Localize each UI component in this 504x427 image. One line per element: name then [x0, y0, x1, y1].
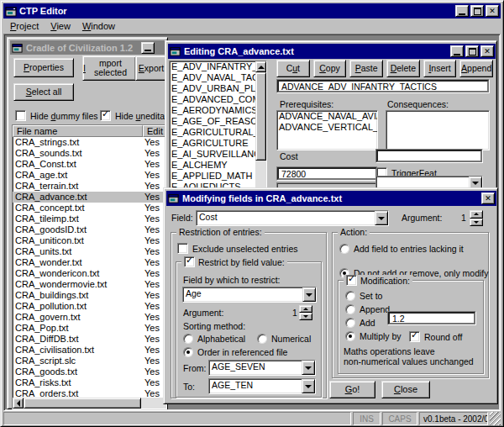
edit-close-button[interactable]: ✕ — [480, 45, 494, 57]
menu-item-window[interactable]: Window — [76, 19, 121, 33]
import-selected-button[interactable]: Import selected — [82, 55, 136, 81]
file-row[interactable]: CRA_strings.txt Yes — [13, 137, 166, 148]
cost-aux-input[interactable] — [376, 150, 482, 162]
radio-append[interactable] — [345, 304, 355, 314]
radio-numerical[interactable] — [257, 334, 267, 344]
paste-button[interactable]: Paste — [349, 60, 383, 77]
entry-item[interactable]: E_ADV_NAVAL_TACT — [170, 72, 255, 83]
maximize-button[interactable] — [470, 5, 484, 17]
dialog-close-button[interactable]: ✕ — [481, 192, 495, 204]
restrict-field-dropdown-button[interactable] — [302, 287, 316, 302]
file-row[interactable]: CRA_wonder.txt Yes — [13, 257, 166, 268]
file-row[interactable]: CRA_pollution.txt Yes — [13, 301, 166, 312]
radio-order-referenced[interactable] — [183, 347, 193, 357]
edit-minimize-button[interactable] — [450, 45, 464, 57]
entry-item[interactable]: E_ALCHEMY — [170, 160, 255, 171]
file-row[interactable]: CRA_wondermovie.txt Yes — [13, 279, 166, 290]
prerequisite-item[interactable]: ADVANCE_VERTICAL_FLI — [277, 122, 377, 133]
file-row[interactable]: CRA_govern.txt Yes — [13, 312, 166, 323]
minimize-button[interactable] — [455, 5, 469, 17]
entry-item[interactable]: E_ADVANCED_COMP — [170, 94, 255, 105]
column-file-name[interactable]: File name — [13, 125, 143, 137]
prerequisites-list[interactable]: ADVANCE_NAVAL_AVIATI ADVANCE_VERTICAL_FL… — [276, 110, 378, 150]
modification-checkbox[interactable]: ✓ — [346, 275, 357, 286]
vscroll-thumb[interactable] — [255, 72, 266, 161]
select-all-button[interactable]: Select all — [13, 83, 74, 101]
entry-item[interactable]: E_AERODYNAMICS — [170, 105, 255, 116]
restrict-argument-spinner[interactable] — [299, 305, 312, 320]
file-row[interactable]: CRA_Pop.txt Yes — [13, 323, 166, 334]
file-row[interactable]: CRA_sounds.txt Yes — [13, 148, 166, 159]
resize-grip[interactable] — [490, 412, 501, 425]
prerequisite-item[interactable]: ADVANCE_NAVAL_AVIATI — [277, 111, 377, 122]
delete-button[interactable]: Delete — [386, 60, 420, 77]
spinner-up-button[interactable] — [470, 210, 483, 219]
file-row[interactable]: CRA_wondericon.txt Yes — [13, 268, 166, 279]
close-button[interactable]: ✕ — [486, 5, 499, 17]
spinner-down-button[interactable] — [299, 313, 312, 320]
consequences-list[interactable] — [386, 110, 490, 150]
file-row[interactable]: CRA_buildings.txt Yes — [13, 290, 166, 301]
file-row[interactable]: CRA_goodsID.txt Yes — [13, 224, 166, 235]
file-row[interactable]: CRA_advance.txt Yes — [13, 192, 166, 203]
exclude-unselected-checkbox[interactable] — [177, 243, 188, 254]
file-row[interactable]: CRA_units.txt Yes — [13, 246, 166, 257]
to-combobox[interactable]: AGE_TEN — [208, 378, 316, 394]
entry-item[interactable]: E_ADV_INFANTRY_T — [170, 61, 255, 72]
radio-alphabetical[interactable] — [183, 334, 193, 344]
cost-input[interactable] — [277, 167, 377, 180]
insert-button[interactable]: Insert — [423, 60, 457, 77]
from-dropdown-button[interactable] — [302, 361, 315, 375]
close-dialog-button[interactable]: Close — [381, 381, 430, 398]
hide-dummy-checkbox[interactable] — [15, 110, 26, 121]
horizontal-scrollbar[interactable] — [13, 398, 166, 409]
menu-item-view[interactable]: View — [45, 19, 76, 33]
file-row[interactable]: CRA_age.txt Yes — [13, 170, 166, 181]
round-off-checkbox[interactable]: ✓ — [409, 331, 420, 342]
entry-item[interactable]: E_AGRICULTURE — [170, 138, 255, 149]
edit-maximize-button[interactable] — [465, 45, 479, 57]
go-button[interactable]: Go! — [329, 381, 375, 398]
copy-button[interactable]: Copy — [313, 60, 347, 77]
entry-item[interactable]: E_AGE_OF_REASON — [170, 116, 255, 127]
spinner-up-button[interactable] — [299, 305, 312, 313]
radio-add-field[interactable] — [339, 244, 349, 254]
file-row[interactable]: CRA_risks.txt Yes — [13, 377, 166, 388]
file-row[interactable]: CRA_terrain.txt Yes — [13, 181, 166, 192]
cut-button[interactable]: Cut — [276, 60, 310, 77]
file-row[interactable]: CRA_Const.txt Yes — [13, 159, 166, 170]
entry-item[interactable]: E_ADV_URBAN_PLAN — [170, 83, 255, 94]
entry-item[interactable]: E_AGRICULTURAL_R — [170, 127, 255, 138]
hide-uneditable-checkbox[interactable]: ✓ — [100, 110, 111, 121]
from-combobox[interactable]: AGE_SEVEN — [208, 360, 316, 376]
column-editable[interactable]: Edit — [143, 125, 166, 137]
file-row[interactable]: CRA_goods.txt Yes — [13, 366, 166, 377]
append-button[interactable]: Append — [459, 60, 493, 77]
file-row[interactable]: CRA_concept.txt Yes — [13, 203, 166, 214]
field-dropdown-button[interactable] — [375, 211, 388, 225]
scroll-up-button[interactable] — [255, 61, 266, 72]
entry-name-input[interactable] — [277, 80, 489, 92]
file-row[interactable]: CRA_uniticon.txt Yes — [13, 235, 166, 246]
file-row[interactable]: CRA_tileimp.txt Yes — [13, 214, 166, 224]
restrict-field-combobox[interactable]: Age — [182, 287, 317, 303]
to-dropdown-button[interactable] — [302, 379, 315, 393]
radio-add[interactable] — [345, 318, 355, 328]
entry-item[interactable]: E_AI_SURVEILLANCE — [170, 149, 255, 160]
file-row[interactable]: CRA_DiffDB.txt Yes — [13, 334, 166, 345]
restrict-by-field-checkbox[interactable]: ✓ — [184, 256, 195, 267]
file-row[interactable]: CRA_script.slc Yes — [13, 356, 166, 366]
file-row[interactable]: CRA_civilisation.txt Yes — [13, 345, 166, 356]
operand-input[interactable] — [388, 312, 475, 324]
field-combobox[interactable]: Cost — [196, 210, 389, 226]
scroll-left-button[interactable] — [13, 398, 24, 409]
argument-spinner[interactable] — [470, 210, 483, 226]
file-window-minimize-button[interactable] — [141, 42, 155, 54]
hscroll-thumb[interactable] — [24, 398, 141, 409]
properties-button[interactable]: Properties — [13, 58, 74, 77]
entry-item[interactable]: E_APPLIED_MATH — [170, 171, 255, 182]
menu-item-project[interactable]: Project — [4, 19, 45, 33]
radio-set-to[interactable] — [345, 291, 355, 301]
spinner-down-button[interactable] — [470, 219, 483, 227]
radio-multiply-by[interactable] — [345, 331, 355, 341]
